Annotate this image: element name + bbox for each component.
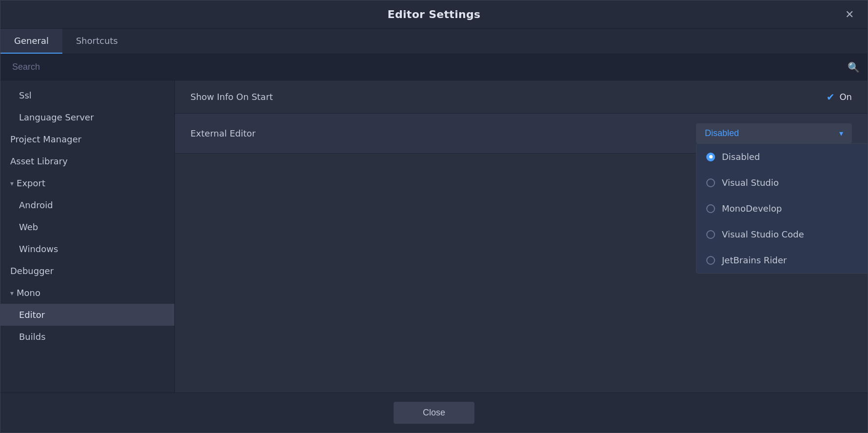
sidebar-item-mono[interactable]: ▾ Mono: [0, 282, 174, 304]
dropdown-option-vscode[interactable]: Visual Studio Code: [697, 221, 868, 247]
sidebar-item-ssl[interactable]: Ssl: [0, 84, 174, 106]
chevron-down-icon: ▾: [10, 179, 14, 187]
search-input[interactable]: [8, 54, 848, 80]
sidebar-item-debugger[interactable]: Debugger: [0, 260, 174, 282]
tab-shortcuts[interactable]: Shortcuts: [62, 29, 132, 54]
sidebar-item-asset-library[interactable]: Asset Library: [0, 150, 174, 172]
setting-row-show-info: Show Info On Start ✔ On: [175, 80, 868, 114]
search-icon: 🔍: [848, 61, 860, 73]
radio-selected-icon: [706, 153, 715, 161]
sidebar: Ssl Language Server Project Manager Asse…: [0, 80, 175, 393]
setting-label-external-editor: External Editor: [190, 128, 696, 138]
setting-row-external-editor: External Editor Disabled ▾ Disabled V: [175, 114, 868, 154]
radio-unselected-icon: [706, 230, 715, 239]
footer: Close: [0, 393, 868, 433]
setting-label-show-info: Show Info On Start: [190, 92, 827, 102]
radio-unselected-icon: [706, 204, 715, 213]
sidebar-item-editor[interactable]: Editor: [0, 304, 174, 326]
chevron-down-icon: ▾: [10, 289, 14, 297]
title-bar: Editor Settings ✕: [0, 0, 868, 29]
radio-unselected-icon: [706, 256, 715, 265]
dropdown-selected-value: Disabled: [705, 128, 739, 138]
close-button[interactable]: Close: [394, 402, 474, 424]
show-info-value: On: [839, 92, 852, 102]
tabs-bar: General Shortcuts: [0, 29, 868, 54]
dropdown-option-monodevelop[interactable]: MonoDevelop: [697, 196, 868, 221]
sidebar-item-language-server[interactable]: Language Server: [0, 106, 174, 128]
settings-panel: Show Info On Start ✔ On External Editor …: [175, 80, 868, 393]
checkbox-checked-icon: ✔: [827, 91, 835, 103]
dialog-title: Editor Settings: [388, 8, 481, 20]
radio-unselected-icon: [706, 178, 715, 187]
external-editor-dropdown-menu: Disabled Visual Studio MonoDevelop: [696, 143, 868, 274]
setting-value-show-info[interactable]: ✔ On: [827, 91, 852, 103]
sidebar-item-web[interactable]: Web: [0, 216, 174, 238]
main-content: Ssl Language Server Project Manager Asse…: [0, 80, 868, 393]
sidebar-item-builds[interactable]: Builds: [0, 326, 174, 348]
dropdown-option-visual-studio[interactable]: Visual Studio: [697, 170, 868, 196]
search-bar: 🔍: [0, 54, 868, 80]
editor-settings-dialog: Editor Settings ✕ General Shortcuts 🔍 Ss…: [0, 0, 868, 433]
chevron-down-icon: ▾: [839, 129, 843, 138]
sidebar-item-android[interactable]: Android: [0, 194, 174, 216]
dropdown-option-disabled[interactable]: Disabled: [697, 144, 868, 170]
external-editor-dropdown-button[interactable]: Disabled ▾: [696, 123, 852, 143]
sidebar-item-project-manager[interactable]: Project Manager: [0, 128, 174, 150]
sidebar-item-windows[interactable]: Windows: [0, 238, 174, 260]
tab-general[interactable]: General: [0, 29, 62, 54]
dropdown-option-jetbrains[interactable]: JetBrains Rider: [697, 247, 868, 273]
external-editor-dropdown: Disabled ▾ Disabled Visual Studio: [696, 123, 852, 143]
sidebar-item-export[interactable]: ▾ Export: [0, 172, 174, 194]
close-icon[interactable]: ✕: [841, 7, 858, 22]
